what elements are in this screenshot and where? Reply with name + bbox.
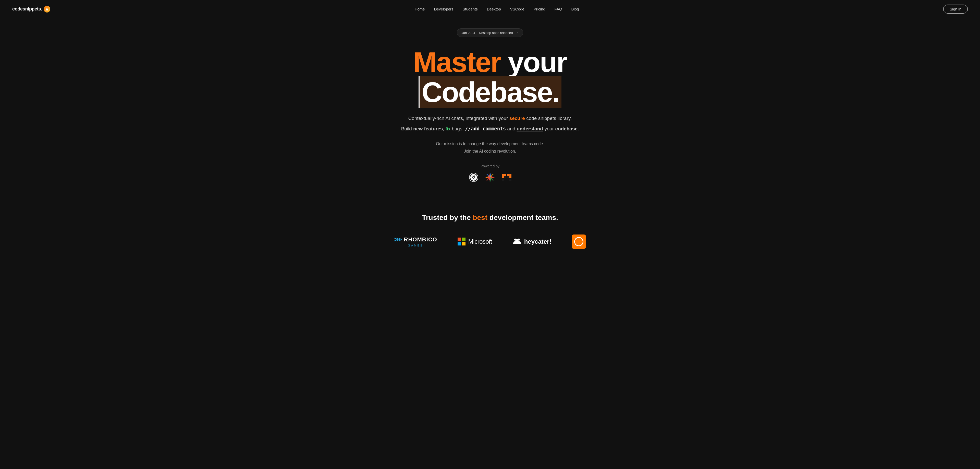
nav-right: Sign in — [943, 5, 968, 14]
svg-rect-20 — [502, 179, 504, 181]
svg-point-11 — [473, 176, 474, 178]
headline-codebase: Codebase. — [418, 76, 561, 108]
subtitle-codebase: codebase. — [555, 126, 579, 131]
nav-item-home[interactable]: Home — [415, 7, 425, 11]
subtitle-and: and — [507, 126, 517, 131]
logo-icon — [44, 6, 50, 13]
hero-subtitle-line1: Contextually-rich AI chats, integrated w… — [408, 114, 572, 122]
orange-logo — [572, 234, 586, 249]
mission-line2: Join the AI coding revolution. — [464, 149, 516, 153]
mission-line1: Our mission is to change the way develop… — [436, 141, 544, 146]
nav-item-students[interactable]: Students — [463, 7, 478, 11]
headline-codebase-wrapper: Codebase. — [418, 77, 561, 107]
svg-point-5 — [475, 176, 477, 178]
svg-point-23 — [518, 238, 520, 241]
headline-master: Master — [413, 46, 501, 78]
ms-blue-square — [458, 242, 461, 245]
svg-rect-17 — [507, 176, 509, 178]
subtitle-secure: secure — [509, 116, 525, 121]
hero-subtitle-line2: Build new features, fix bugs, //add comm… — [401, 124, 579, 133]
trusted-title-part2-text: development teams. — [490, 213, 558, 221]
subtitle-bugs: bugs, — [452, 126, 465, 131]
hero-section: Jan 2024 – Desktop apps released → Maste… — [0, 18, 980, 198]
navbar: codesnippets. Home Developers Students D… — [0, 0, 980, 18]
nav-item-developers[interactable]: Developers — [434, 7, 453, 11]
svg-rect-18 — [509, 174, 511, 176]
hero-mission: Our mission is to change the way develop… — [436, 140, 544, 155]
nav-item-pricing[interactable]: Pricing — [534, 7, 546, 11]
powered-by-section: Powered by — [468, 164, 512, 183]
microsoft-grid-icon — [458, 238, 466, 246]
hero-headline: Master your Codebase. — [350, 47, 630, 107]
trusted-section: Trusted by the best development teams. ⋙… — [0, 198, 980, 262]
heycater-icon — [512, 237, 522, 246]
subtitle-your: your — [544, 126, 555, 131]
announcement-badge[interactable]: Jan 2024 – Desktop apps released → — [457, 28, 523, 37]
rhombico-arrow-icon: ⋙ — [394, 236, 402, 243]
trusted-logos: ⋙ RHOMBICO GAMES Microsoft — [394, 234, 586, 249]
sign-in-button[interactable]: Sign in — [943, 5, 968, 14]
subtitle-text1-end: code snippets library. — [526, 116, 572, 121]
ms-yellow-square — [462, 242, 466, 245]
subtitle-text1: Contextually-rich AI chats, integrated w… — [408, 116, 508, 121]
palm-icon — [484, 172, 496, 183]
orange-inner-circle — [574, 237, 584, 246]
openai-icon — [468, 172, 479, 183]
subtitle-add-comments: //add comments — [465, 126, 506, 131]
ms-green-square — [462, 238, 466, 241]
svg-point-4 — [470, 176, 473, 178]
svg-point-2 — [473, 174, 474, 176]
svg-rect-14 — [504, 174, 506, 176]
trusted-title: Trusted by the best development teams. — [422, 213, 558, 222]
nav-links: Home Developers Students Desktop VSCode … — [415, 7, 579, 11]
svg-point-3 — [473, 178, 474, 181]
microsoft-name: Microsoft — [468, 238, 492, 245]
svg-point-22 — [514, 238, 516, 241]
powered-by-label: Powered by — [480, 164, 500, 168]
announcement-text: Jan 2024 – Desktop apps released — [462, 31, 513, 35]
trusted-best: best — [473, 213, 487, 221]
nav-item-vscode[interactable]: VSCode — [510, 7, 525, 11]
mistral-icon — [501, 172, 512, 183]
announcement-arrow: → — [515, 31, 518, 35]
svg-rect-13 — [502, 176, 504, 178]
subtitle-understand: understand — [517, 126, 543, 131]
svg-rect-12 — [502, 174, 504, 176]
nav-item-blog[interactable]: Blog — [571, 7, 579, 11]
heycater-logo: heycater! — [512, 237, 552, 246]
heycater-name: heycater! — [524, 238, 552, 245]
trusted-title-part1: Trusted by the — [422, 213, 471, 221]
microsoft-logo: Microsoft — [458, 238, 492, 246]
headline-your: your — [508, 46, 567, 78]
rhombico-games-label: GAMES — [408, 244, 423, 247]
svg-rect-15 — [504, 176, 506, 178]
svg-marker-0 — [45, 8, 48, 11]
nav-item-desktop[interactable]: Desktop — [487, 7, 501, 11]
svg-rect-21 — [509, 179, 511, 181]
ms-red-square — [458, 238, 461, 241]
subtitle-build: Build new features, — [401, 126, 445, 131]
subtitle-fix: fix — [445, 126, 450, 131]
rhombico-top: ⋙ RHOMBICO — [394, 236, 437, 243]
powered-by-icons — [468, 172, 512, 183]
svg-rect-19 — [509, 176, 511, 178]
rhombico-name: RHOMBICO — [404, 236, 437, 243]
rhombico-logo: ⋙ RHOMBICO GAMES — [394, 236, 437, 247]
svg-rect-16 — [507, 174, 509, 176]
logo-link[interactable]: codesnippets. — [12, 6, 50, 13]
logo-text: codesnippets. — [12, 6, 42, 12]
nav-item-faq[interactable]: FAQ — [555, 7, 562, 11]
